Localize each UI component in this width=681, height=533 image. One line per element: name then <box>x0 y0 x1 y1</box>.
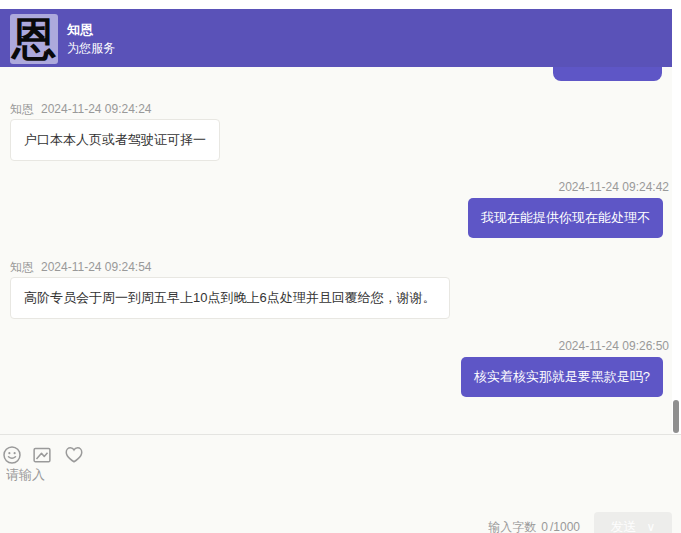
chat-window: 知恩2024-11-24 09:24:24 户口本本人页或者驾驶证可择一 202… <box>0 0 681 533</box>
message-timestamp: 2024-11-24 09:24:42 <box>558 180 669 194</box>
char-count-value: 0 <box>541 520 548 533</box>
sender-name: 知恩 <box>10 102 34 116</box>
sender-name: 知恩 <box>10 260 34 274</box>
message-incoming: 户口本本人页或者驾驶证可择一 <box>10 119 220 161</box>
composer-divider <box>0 434 681 435</box>
char-count: 输入字数0/1000 <box>488 519 580 533</box>
message-outgoing: 我现在能提供你现在能处理不 <box>468 198 663 238</box>
send-button[interactable]: 发送 ∨ <box>594 512 672 533</box>
heart-icon[interactable] <box>64 445 84 465</box>
message-timestamp: 2024-11-24 09:26:50 <box>558 339 669 353</box>
message-timestamp: 2024-11-24 09:24:54 <box>41 260 152 274</box>
chat-header: 恩 知恩 为您服务 <box>0 9 672 67</box>
message-outgoing: 核实着核实那就是要黑款是吗? <box>461 357 663 397</box>
chevron-down-icon[interactable]: ∨ <box>647 520 656 533</box>
image-icon[interactable] <box>32 445 52 465</box>
char-count-limit: /1000 <box>550 520 580 533</box>
message-timestamp: 2024-11-24 09:24:24 <box>41 102 152 116</box>
brand-tagline: 为您服务 <box>67 40 115 56</box>
message-meta: 知恩2024-11-24 09:24:54 <box>10 259 152 276</box>
emoji-icon[interactable] <box>2 445 22 465</box>
brand-block: 知恩 为您服务 <box>67 21 115 56</box>
message-input[interactable] <box>6 466 446 514</box>
brand-logo: 恩 <box>10 14 58 64</box>
char-count-label: 输入字数 <box>488 520 536 533</box>
send-button-label: 发送 <box>611 518 637 533</box>
message-incoming: 高阶专员会于周一到周五早上10点到晚上6点处理并且回覆给您，谢谢。 <box>10 277 450 319</box>
brand-name: 知恩 <box>67 21 115 38</box>
message-meta: 知恩2024-11-24 09:24:24 <box>10 101 152 118</box>
scrollbar-thumb[interactable] <box>673 400 679 433</box>
scrollbar-track[interactable] <box>672 0 681 434</box>
